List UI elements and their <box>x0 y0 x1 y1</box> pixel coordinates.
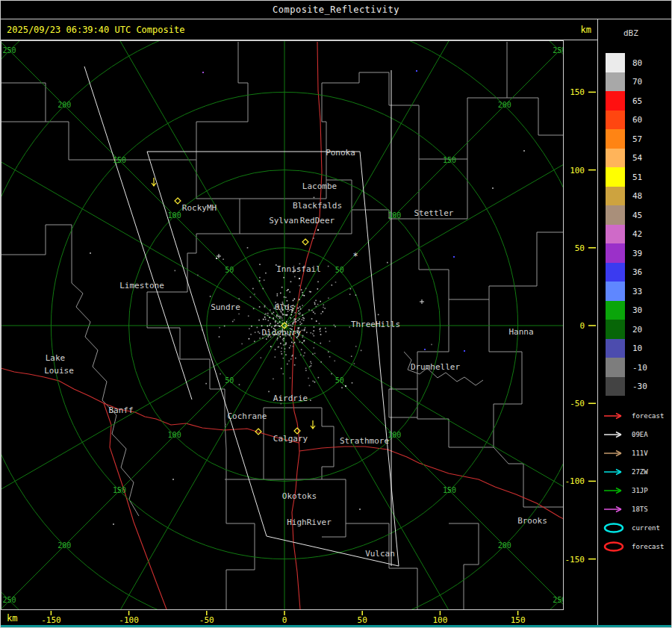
radar-echo <box>286 321 287 323</box>
radar-echo <box>224 326 225 327</box>
radar-echo <box>287 290 288 291</box>
radar-echo <box>314 382 316 383</box>
point-echo <box>202 72 204 73</box>
radar-echo <box>294 312 296 314</box>
colorbar-value: 10 <box>632 343 642 353</box>
colorbar-value: -10 <box>632 362 647 372</box>
city-label: Lacombe <box>302 181 337 191</box>
radar-echo <box>299 314 301 315</box>
radar-echo <box>301 289 302 290</box>
radar-echo <box>265 273 267 274</box>
radar-echo <box>354 363 355 364</box>
colorbar-value: 30 <box>632 305 642 315</box>
radar-echo <box>239 384 240 385</box>
radar-echo <box>284 296 285 298</box>
radar-echo <box>304 329 305 330</box>
radar-echo <box>285 297 287 299</box>
radar-echo <box>293 346 294 347</box>
radar-echo <box>309 385 311 387</box>
radar-echo <box>303 341 305 342</box>
radar-echo <box>285 314 287 316</box>
point-echo <box>492 187 494 189</box>
radar-echo <box>310 400 311 401</box>
radar-echo <box>299 312 301 314</box>
colorbar-value: 70 <box>632 77 642 87</box>
point-echo <box>424 349 426 350</box>
radar-echo <box>210 296 211 297</box>
diamond-marker-icon <box>302 239 308 245</box>
range-ring-label: 200 <box>498 101 511 109</box>
radar-echo <box>238 298 240 299</box>
colorbar-value: 57 <box>632 134 642 143</box>
window-title: Composite_Reflectivity <box>273 4 399 15</box>
track-arrow-icon <box>603 503 628 515</box>
city-label: Innisfail <box>276 264 321 274</box>
radar-echo <box>308 378 309 379</box>
range-ring-label: 100 <box>388 211 401 220</box>
radar-echo <box>287 300 288 302</box>
right-axis-label: 150 <box>570 87 585 97</box>
city-label: RockyMH <box>182 203 217 213</box>
radar-echo <box>349 293 351 295</box>
colorbar-row: 70 <box>598 72 671 92</box>
range-ring-label: 150 <box>443 156 456 164</box>
city-label: Okotoks <box>282 491 317 501</box>
radar-echo <box>302 342 303 343</box>
radar-echo <box>293 300 294 302</box>
radar-echo <box>302 319 303 320</box>
radar-echo <box>315 300 317 302</box>
range-ring-label: 50 <box>335 376 344 385</box>
radar-echo <box>300 354 302 355</box>
bottom-axis-label: 50 <box>358 615 367 625</box>
legend-label: forecast <box>632 412 664 420</box>
range-ring-label: 200 <box>498 541 511 550</box>
city-label: Brooks <box>517 516 547 526</box>
track-arrow-icon <box>603 429 628 441</box>
radar-echo <box>275 349 276 350</box>
legend-label: forecast <box>632 543 664 550</box>
radar-echo <box>279 316 281 317</box>
radar-echo <box>301 349 302 350</box>
radar-echo <box>252 288 254 290</box>
legend-item: 27ZW <box>603 462 664 481</box>
colorbar-swatch <box>606 129 625 149</box>
plus-marker-icon <box>420 299 424 304</box>
city-label: Blackfalds <box>293 201 342 211</box>
radar-echo <box>299 306 301 308</box>
diamond-marker-icon <box>294 428 300 434</box>
county-boundary <box>1 83 46 122</box>
city-label: Calgary <box>273 434 308 444</box>
city-label: Hanna <box>508 327 533 337</box>
radar-echo <box>284 351 285 352</box>
radar-echo <box>349 326 350 328</box>
radar-echo <box>304 352 305 354</box>
radar-echo <box>258 320 260 321</box>
county-boundary <box>389 72 419 219</box>
bottom-axis-label: 150 <box>511 615 526 625</box>
range-ring-label: 250 <box>3 46 16 55</box>
radar-map[interactable]: 5050505010010010010015015015015020020020… <box>1 1 598 628</box>
radar-echo <box>290 345 291 346</box>
colorbar-value: 48 <box>632 191 642 201</box>
right-axis-label: 100 <box>570 166 585 175</box>
colorbar-value: -30 <box>632 382 647 391</box>
radar-echo <box>320 331 321 332</box>
radar-echo <box>310 332 311 334</box>
radar-echo <box>273 318 274 320</box>
colorbar-swatch <box>606 91 625 111</box>
radar-echo <box>269 325 270 326</box>
radar-echo <box>297 320 299 321</box>
radar-echo <box>285 343 287 345</box>
radar-echo <box>277 323 279 324</box>
radar-echo <box>257 327 258 329</box>
city-label: ThreeHills <box>351 320 400 329</box>
radar-echo <box>312 381 314 382</box>
radar-echo <box>281 351 282 352</box>
radar-echo <box>335 282 337 283</box>
radar-echo <box>276 339 278 341</box>
colorbar-row: 60 <box>598 111 671 130</box>
azimuth-spoke <box>75 1 284 326</box>
colorbar-row: 39 <box>598 243 671 263</box>
radar-echo <box>285 343 287 344</box>
radar-echo <box>270 323 271 325</box>
